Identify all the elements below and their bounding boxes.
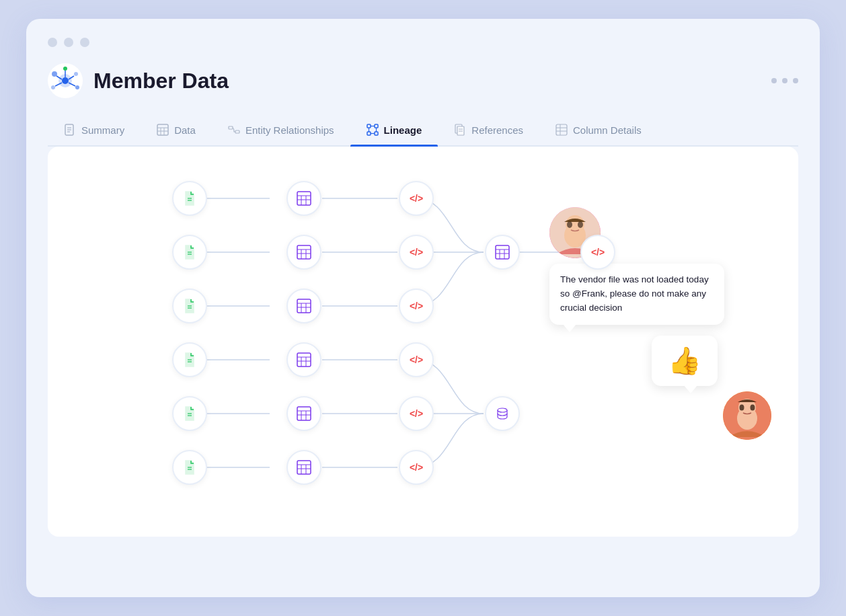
- node-code-4: </>: [399, 342, 434, 377]
- traffic-light-close: [48, 38, 57, 47]
- svg-rect-67: [496, 245, 509, 259]
- svg-point-109: [740, 404, 744, 410]
- content-area: </> </>: [48, 147, 798, 537]
- svg-point-5: [51, 85, 55, 89]
- header-more-options[interactable]: [771, 78, 798, 83]
- svg-rect-24: [367, 124, 371, 128]
- svg-point-6: [75, 85, 79, 89]
- svg-rect-74: [297, 299, 311, 313]
- node-table-2: [286, 235, 321, 270]
- svg-rect-81: [297, 353, 311, 367]
- node-doc-1: [172, 181, 207, 216]
- app-logo: [48, 63, 83, 98]
- header-dot-1: [771, 78, 777, 83]
- node-table-1: [286, 181, 321, 216]
- node-table-3: [286, 288, 321, 323]
- summary-icon: [64, 124, 76, 136]
- tab-summary-label: Summary: [81, 124, 124, 136]
- tab-entity-label: Entity Relationships: [245, 124, 334, 136]
- app-header: Member Data: [48, 63, 798, 98]
- svg-point-104: [567, 221, 572, 228]
- traffic-light-expand: [80, 38, 89, 47]
- svg-rect-22: [229, 126, 233, 129]
- svg-rect-55: [297, 192, 311, 205]
- svg-rect-25: [375, 124, 378, 128]
- node-table-5: [286, 396, 321, 431]
- tab-bar: Summary Data Entity Relationships: [48, 117, 798, 147]
- node-code-2: </>: [399, 235, 434, 270]
- node-code-3: </>: [399, 288, 434, 323]
- node-table-6: [286, 450, 321, 485]
- header-left: Member Data: [48, 63, 229, 98]
- data-icon: [157, 124, 169, 136]
- references-icon: [454, 124, 466, 136]
- traffic-light-minimize: [64, 38, 73, 47]
- svg-rect-36: [556, 124, 567, 135]
- chat-reaction-row: 👍: [549, 336, 771, 440]
- tab-data-label: Data: [174, 124, 196, 136]
- avatar-male: [723, 391, 771, 440]
- lineage-icon: [367, 124, 379, 136]
- svg-point-3: [52, 71, 57, 77]
- like-bubble: 👍: [652, 336, 718, 386]
- header-dot-2: [782, 78, 787, 83]
- tab-column-details-label: Column Details: [573, 124, 642, 136]
- header-dot-3: [793, 78, 798, 83]
- svg-rect-17: [157, 124, 168, 135]
- svg-rect-96: [297, 461, 311, 474]
- node-doc-6: [172, 450, 207, 485]
- svg-point-2: [62, 77, 69, 84]
- svg-point-110: [751, 404, 755, 410]
- page-title: Member Data: [93, 69, 229, 93]
- column-details-icon: [555, 124, 568, 136]
- tab-column-details[interactable]: Column Details: [539, 117, 658, 145]
- tab-references[interactable]: References: [438, 117, 539, 145]
- chat-message-bubble: The vendor file was not loaded today so …: [549, 264, 724, 325]
- chat-message-text: The vendor file was not loaded today so …: [560, 274, 709, 313]
- svg-rect-26: [367, 132, 371, 135]
- svg-rect-23: [235, 130, 239, 133]
- svg-point-4: [74, 72, 78, 76]
- tab-entity-relationships[interactable]: Entity Relationships: [212, 117, 350, 145]
- tab-data[interactable]: Data: [141, 117, 212, 145]
- node-table-center: [485, 235, 520, 270]
- node-code-6: </>: [399, 450, 434, 485]
- svg-point-7: [63, 67, 67, 71]
- node-doc-4: [172, 342, 207, 377]
- node-code-5: </>: [399, 396, 434, 431]
- node-doc-3: [172, 288, 207, 323]
- tab-lineage-label: Lineage: [384, 124, 422, 136]
- node-db-center: [485, 396, 520, 431]
- entity-icon: [228, 124, 240, 136]
- svg-point-105: [578, 221, 583, 228]
- tab-references-label: References: [471, 124, 523, 136]
- node-code-far-1: </>: [580, 235, 615, 270]
- svg-rect-62: [297, 245, 311, 259]
- tab-summary[interactable]: Summary: [48, 117, 141, 145]
- reaction-emoji: 👍: [668, 346, 701, 375]
- svg-rect-88: [297, 407, 311, 420]
- tab-lineage[interactable]: Lineage: [350, 117, 438, 145]
- node-doc-5: [172, 396, 207, 431]
- traffic-lights: [48, 38, 798, 47]
- node-code-1: </>: [399, 181, 434, 216]
- node-doc-2: [172, 235, 207, 270]
- app-window: Member Data Summary: [26, 19, 820, 597]
- lineage-diagram: </> </>: [68, 167, 778, 516]
- svg-point-93: [498, 408, 507, 412]
- node-table-4: [286, 342, 321, 377]
- svg-rect-27: [375, 132, 378, 135]
